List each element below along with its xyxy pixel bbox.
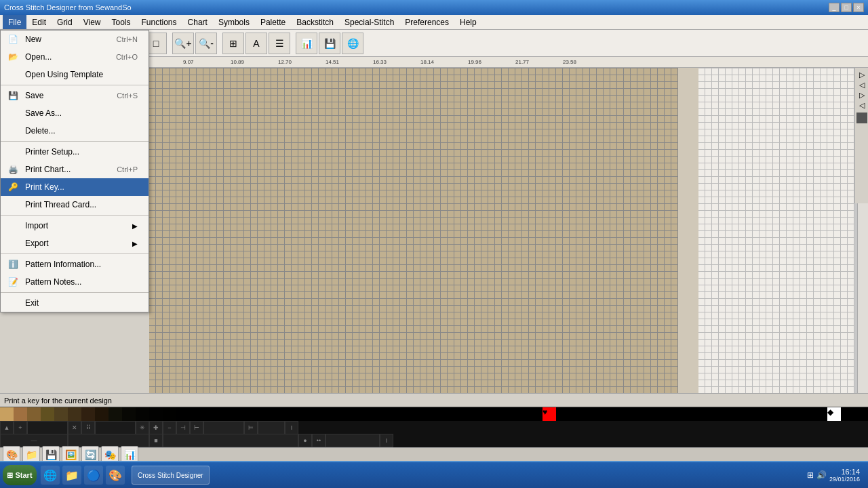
color-swatch[interactable] <box>570 407 583 421</box>
color-swatch[interactable] <box>231 407 244 421</box>
tool-I2[interactable]: I <box>380 434 393 447</box>
tool-text[interactable]: A <box>245 33 267 54</box>
menu-item-print-thread-card[interactable]: Print Thread Card... <box>1 196 149 214</box>
tool-prev[interactable]: ⊣ <box>176 421 190 434</box>
menu-tools[interactable]: Tools <box>106 15 136 29</box>
color-swatch[interactable] <box>800 407 814 421</box>
arrow-right-4[interactable]: ◁ <box>859 101 865 110</box>
color-swatch[interactable] <box>787 407 800 421</box>
tool-chart[interactable]: 📊 <box>296 33 317 54</box>
arrow-right-1[interactable]: ▷ <box>859 70 865 79</box>
tool-dots[interactable]: ⠿ <box>81 421 95 434</box>
arrow-right-3[interactable]: ▷ <box>859 91 865 100</box>
tray-icon-2[interactable]: 🔊 <box>816 470 827 480</box>
tool-up[interactable]: ▲ <box>0 421 14 434</box>
menu-preferences[interactable]: Preferences <box>399 15 454 29</box>
color-swatch[interactable] <box>217 407 231 421</box>
menu-chart[interactable]: Chart <box>182 15 213 29</box>
menu-item-exit[interactable]: Exit <box>1 294 149 312</box>
clock[interactable]: 16:14 29/01/2016 <box>829 468 860 483</box>
color-swatch[interactable] <box>556 407 570 421</box>
color-swatch-heart[interactable]: ♥ <box>542 407 556 421</box>
color-swatch[interactable] <box>27 407 41 421</box>
color-swatch[interactable] <box>502 407 515 421</box>
menu-grid[interactable]: Grid <box>52 15 78 29</box>
color-swatch[interactable] <box>271 407 285 421</box>
tool-zoom-in[interactable]: 🔍+ <box>172 33 194 54</box>
taskbar-app-icon[interactable]: 🎨 <box>106 466 125 485</box>
start-button[interactable]: ⊞ Start <box>3 465 37 485</box>
tool-last[interactable]: ⊨ <box>244 421 258 434</box>
color-swatch[interactable] <box>163 407 176 421</box>
tool-minus[interactable]: − <box>163 421 176 434</box>
color-swatch[interactable] <box>637 407 651 421</box>
tool-x[interactable]: ✕ <box>68 421 81 434</box>
color-swatch[interactable] <box>68 407 81 421</box>
color-swatch[interactable] <box>760 407 773 421</box>
menu-item-open-template[interactable]: Open Using Template <box>1 66 149 83</box>
menu-item-new[interactable]: 📄 New Ctrl+N <box>1 30 149 48</box>
taskbar-ie-icon[interactable]: 🌐 <box>41 466 60 485</box>
taskbar-app-window[interactable]: Cross Stitch Designer <box>132 466 210 485</box>
tool-asterisk[interactable]: ✳ <box>136 421 149 434</box>
maximize-button[interactable]: □ <box>841 3 852 12</box>
color-swatch[interactable] <box>597 407 610 421</box>
menu-special-stitch[interactable]: Special-Stitch <box>339 15 399 29</box>
color-swatch[interactable] <box>583 407 597 421</box>
color-swatch[interactable] <box>312 407 326 421</box>
color-swatch[interactable] <box>41 407 54 421</box>
menu-item-pattern-info[interactable]: ℹ️ Pattern Information... <box>1 256 149 273</box>
color-swatch[interactable] <box>420 407 434 421</box>
color-swatch[interactable] <box>366 407 380 421</box>
color-swatch[interactable] <box>448 407 461 421</box>
color-swatch[interactable] <box>244 407 258 421</box>
menu-item-save[interactable]: 💾 Save Ctrl+S <box>1 87 149 104</box>
color-swatch[interactable] <box>814 407 827 421</box>
tool-dot-dot[interactable]: •• <box>312 434 326 447</box>
color-swatch[interactable] <box>176 407 190 421</box>
color-swatch[interactable] <box>678 407 692 421</box>
color-swatch[interactable] <box>190 407 203 421</box>
menu-item-printer-setup[interactable]: Printer Setup... <box>1 143 149 161</box>
menu-backstitch[interactable]: Backstitch <box>291 15 339 29</box>
color-swatch-diamond[interactable]: ◆ <box>827 407 841 421</box>
color-swatch[interactable] <box>0 407 14 421</box>
menu-item-delete[interactable]: Delete... <box>1 122 149 140</box>
tool-grid-view[interactable]: ⊞ <box>222 33 244 54</box>
tool-list[interactable]: ☰ <box>269 33 290 54</box>
menu-item-save-as[interactable]: Save As... <box>1 104 149 122</box>
color-swatch[interactable] <box>434 407 448 421</box>
color-swatch[interactable] <box>746 407 760 421</box>
color-swatch[interactable] <box>665 407 678 421</box>
tool-next[interactable]: ⊢ <box>190 421 203 434</box>
menu-edit[interactable]: Edit <box>26 15 52 29</box>
tool-zoom-out[interactable]: 🔍- <box>195 33 217 54</box>
color-swatch[interactable] <box>624 407 637 421</box>
taskbar-chrome-icon[interactable]: 🔵 <box>84 466 103 485</box>
color-swatch[interactable] <box>122 407 136 421</box>
menu-item-open[interactable]: 📂 Open... Ctrl+O <box>1 48 149 66</box>
palette-swatch-1[interactable] <box>856 113 867 123</box>
color-swatch[interactable] <box>488 407 502 421</box>
menu-palette[interactable]: Palette <box>255 15 291 29</box>
color-swatch[interactable] <box>258 407 271 421</box>
color-swatch[interactable] <box>705 407 719 421</box>
color-swatch[interactable] <box>95 407 108 421</box>
color-swatch[interactable] <box>610 407 624 421</box>
minimize-button[interactable]: _ <box>829 3 840 12</box>
color-swatch[interactable] <box>393 407 407 421</box>
tool-share[interactable]: 🌐 <box>342 33 363 54</box>
color-swatch[interactable] <box>326 407 339 421</box>
color-swatch[interactable] <box>515 407 529 421</box>
tool-save[interactable]: 💾 <box>319 33 340 54</box>
color-swatch[interactable] <box>719 407 732 421</box>
color-swatch[interactable] <box>203 407 217 421</box>
menu-functions[interactable]: Functions <box>136 15 182 29</box>
menu-item-export[interactable]: Export <box>1 235 149 252</box>
tool-circle-sm[interactable]: ● <box>298 434 312 447</box>
color-swatch[interactable] <box>136 407 149 421</box>
tool-cross[interactable]: ✚ <box>149 421 163 434</box>
menu-item-print-chart[interactable]: 🖨️ Print Chart... Ctrl+P <box>1 161 149 178</box>
color-swatch[interactable] <box>854 407 868 421</box>
tray-icon-1[interactable]: ⊞ <box>807 470 814 480</box>
